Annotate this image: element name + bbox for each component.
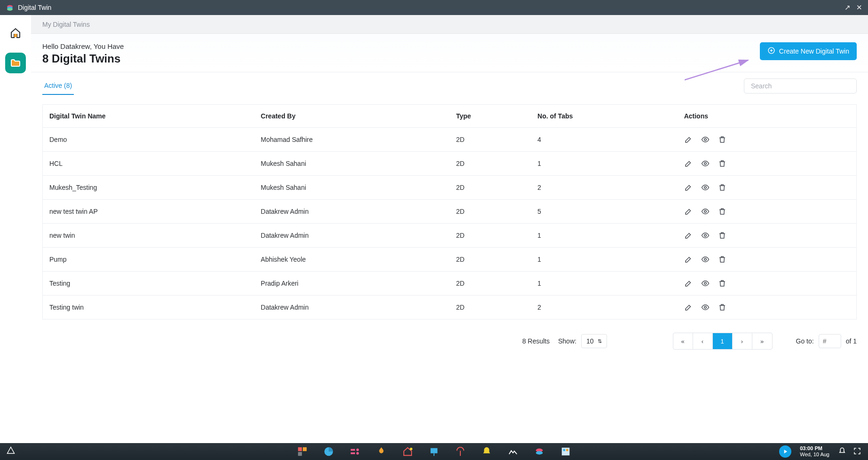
delete-icon[interactable] <box>718 303 726 312</box>
tab-active[interactable]: Active (8) <box>42 77 74 95</box>
notification-bell-icon[interactable] <box>838 447 846 456</box>
view-icon[interactable] <box>701 279 710 288</box>
svg-point-24 <box>410 448 413 451</box>
page-size-select[interactable]: 10 ⇅ <box>581 334 607 348</box>
taskbar-app-2-icon[interactable] <box>324 446 334 457</box>
cell-tabs: 1 <box>531 224 678 248</box>
taskbar-app-6-icon[interactable] <box>429 446 439 457</box>
taskbar-apps <box>297 446 571 457</box>
edit-icon[interactable] <box>684 279 693 288</box>
col-header-type: Type <box>450 105 531 128</box>
cell-creator: Datakrew Admin <box>254 224 450 248</box>
cell-tabs: 1 <box>531 152 678 176</box>
window-open-external-icon[interactable]: ↗ <box>844 3 851 12</box>
view-icon[interactable] <box>701 135 710 144</box>
taskbar-app-9-icon[interactable] <box>508 446 518 457</box>
page-prev[interactable]: ‹ <box>693 333 713 349</box>
taskbar-app-8-icon[interactable] <box>481 446 492 457</box>
window-close-icon[interactable]: ✕ <box>856 3 862 12</box>
table-row: Testing twinDatakrew Admin2D2 <box>43 296 857 320</box>
svg-point-23 <box>356 452 359 455</box>
cell-creator: Mohamad Safhire <box>254 128 450 152</box>
fullscreen-icon[interactable] <box>853 447 861 456</box>
cell-tabs: 1 <box>531 272 678 296</box>
cell-type: 2D <box>450 176 531 200</box>
cell-type: 2D <box>450 248 531 272</box>
cell-tabs: 1 <box>531 248 678 272</box>
taskbar-app-3-icon[interactable] <box>350 446 360 457</box>
breadcrumb: My Digital Twins <box>31 15 868 34</box>
start-icon[interactable] <box>7 446 15 457</box>
view-icon[interactable] <box>701 207 710 216</box>
page-next[interactable]: › <box>733 333 752 349</box>
svg-rect-25 <box>431 448 438 453</box>
edit-icon[interactable] <box>684 255 693 264</box>
svg-point-10 <box>704 187 706 189</box>
digital-twins-table: Digital Twin Name Created By Type No. of… <box>42 104 857 320</box>
edit-icon[interactable] <box>684 303 693 312</box>
view-icon[interactable] <box>701 183 710 192</box>
taskbar-app-1-icon[interactable] <box>297 446 308 457</box>
col-header-creator: Created By <box>254 105 450 128</box>
taskbar-play-icon[interactable] <box>779 445 791 458</box>
cell-creator: Abhishek Yeole <box>254 248 450 272</box>
taskbar-app-4-icon[interactable] <box>376 446 387 457</box>
show-label: Show: <box>558 337 576 345</box>
svg-point-2 <box>7 8 13 11</box>
delete-icon[interactable] <box>718 255 726 264</box>
cell-actions <box>678 152 857 176</box>
delete-icon[interactable] <box>718 183 726 192</box>
svg-rect-3 <box>14 34 17 37</box>
edit-icon[interactable] <box>684 159 693 168</box>
cell-actions <box>678 176 857 200</box>
cell-actions <box>678 128 857 152</box>
delete-icon[interactable] <box>718 231 726 240</box>
svg-rect-30 <box>562 448 570 456</box>
edit-icon[interactable] <box>684 135 693 144</box>
cell-actions <box>678 248 857 272</box>
cell-tabs: 2 <box>531 296 678 320</box>
cell-creator: Mukesh Sahani <box>254 152 450 176</box>
cell-type: 2D <box>450 128 531 152</box>
cell-name: HCL <box>43 152 254 176</box>
svg-rect-20 <box>351 449 355 451</box>
page-first[interactable]: « <box>673 333 693 349</box>
rail-home[interactable] <box>5 23 26 43</box>
taskbar-app-11-icon[interactable] <box>560 446 571 457</box>
create-new-digital-twin-button[interactable]: Create New Digital Twin <box>760 42 857 60</box>
cell-type: 2D <box>450 152 531 176</box>
table-row: TestingPradip Arkeri2D1 <box>43 272 857 296</box>
taskbar-app-5-icon[interactable] <box>402 446 413 457</box>
app-logo-icon <box>6 3 14 12</box>
page-title: 8 Digital Twins <box>42 52 124 65</box>
col-header-name: Digital Twin Name <box>43 105 254 128</box>
svg-rect-21 <box>351 452 355 454</box>
col-header-actions: Actions <box>678 105 857 128</box>
taskbar-app-7-icon[interactable] <box>455 446 466 457</box>
cell-tabs: 2 <box>531 176 678 200</box>
app-title: Digital Twin <box>6 3 51 12</box>
view-icon[interactable] <box>701 255 710 264</box>
edit-icon[interactable] <box>684 183 693 192</box>
taskbar-app-10-icon[interactable] <box>534 446 544 457</box>
table-row: HCLMukesh Sahani2D1 <box>43 152 857 176</box>
delete-icon[interactable] <box>718 159 726 168</box>
rail-folder[interactable] <box>5 53 26 73</box>
view-icon[interactable] <box>701 303 710 312</box>
view-icon[interactable] <box>701 159 710 168</box>
delete-icon[interactable] <box>718 207 726 216</box>
col-header-tabs: No. of Tabs <box>531 105 678 128</box>
view-icon[interactable] <box>701 231 710 240</box>
cell-tabs: 5 <box>531 200 678 224</box>
delete-icon[interactable] <box>718 279 726 288</box>
search-input[interactable] <box>744 78 857 94</box>
edit-icon[interactable] <box>684 231 693 240</box>
page-last[interactable]: » <box>752 333 772 349</box>
cell-name: Demo <box>43 128 254 152</box>
svg-point-14 <box>704 282 706 285</box>
page-current[interactable]: 1 <box>713 333 733 349</box>
edit-icon[interactable] <box>684 207 693 216</box>
delete-icon[interactable] <box>718 135 726 144</box>
window-titlebar: Digital Twin ↗ ✕ <box>0 0 868 15</box>
goto-page-input[interactable] <box>819 334 841 348</box>
